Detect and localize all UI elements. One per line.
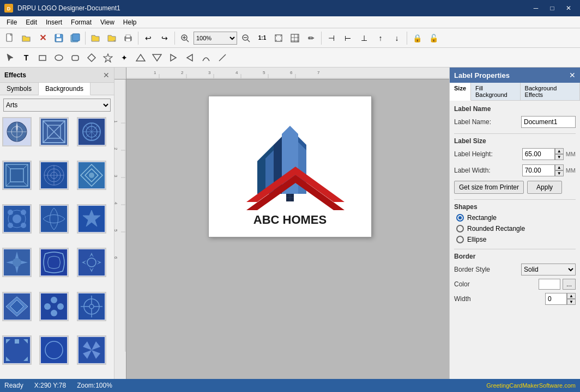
panel-close-button[interactable]: ✕: [103, 71, 110, 79]
bg-item-16[interactable]: [2, 335, 32, 365]
bg-item-9[interactable]: [77, 204, 106, 234]
actual-size-button[interactable]: 1:1: [255, 30, 270, 46]
diamond-tool[interactable]: [84, 50, 99, 65]
bg-item-4[interactable]: [2, 161, 32, 190]
design-button[interactable]: ✏: [304, 30, 319, 46]
bg-item-13[interactable]: [2, 292, 32, 321]
minimize-button[interactable]: ─: [529, 3, 543, 14]
tab-background-effects[interactable]: Background Effects: [521, 83, 580, 100]
get-size-button[interactable]: Get size from Printer: [454, 181, 524, 194]
open-arrow-button[interactable]: [104, 30, 119, 46]
menu-help[interactable]: Help: [119, 16, 141, 28]
label-width-input[interactable]: [522, 164, 555, 176]
triangle-up-tool[interactable]: [133, 50, 148, 65]
tab-symbols[interactable]: Symbols: [0, 83, 39, 95]
bg-item-8[interactable]: [39, 204, 69, 234]
height-spin-up[interactable]: ▲: [555, 148, 564, 154]
ellipse-tool[interactable]: [51, 50, 67, 65]
canvas-scroll[interactable]: ABC HOMES: [126, 79, 449, 379]
star2-tool[interactable]: ✦: [117, 50, 132, 65]
line-tool[interactable]: [215, 50, 230, 65]
open-button[interactable]: [19, 30, 34, 46]
bg-item-10[interactable]: [2, 248, 32, 277]
bg-item-1[interactable]: [2, 117, 32, 146]
rectangle-radio-circle[interactable]: [456, 214, 464, 222]
rounded-rect-radio-circle[interactable]: [456, 225, 464, 232]
menu-edit[interactable]: Edit: [21, 16, 41, 28]
center-v-button[interactable]: ⊥: [357, 30, 372, 46]
border-color-swatch[interactable]: [539, 279, 560, 290]
lock-button[interactable]: 🔒: [409, 30, 425, 46]
arc-tool[interactable]: [198, 50, 214, 65]
zoom-in-button[interactable]: [177, 30, 192, 46]
align-left-button[interactable]: ⊣: [324, 30, 339, 46]
bg-item-18[interactable]: [77, 335, 106, 365]
rounded-rect-tool[interactable]: [68, 50, 83, 65]
menu-file[interactable]: File: [2, 16, 21, 28]
bg-item-2[interactable]: [39, 117, 69, 146]
zoom-select[interactable]: 100% 50% 75% 125% 150%: [194, 32, 237, 45]
bg-item-5[interactable]: [39, 161, 69, 190]
print-button[interactable]: [120, 30, 136, 46]
bg-item-3[interactable]: [77, 117, 106, 146]
ellipse-radio-circle[interactable]: [456, 236, 464, 243]
select-tool[interactable]: [2, 50, 17, 65]
svg-text:1: 1: [154, 70, 156, 75]
height-spin-buttons: ▲ ▼: [555, 148, 564, 160]
tab-size[interactable]: Size: [450, 83, 471, 101]
tab-backgrounds[interactable]: Backgrounds: [39, 83, 90, 95]
unlock-button[interactable]: 🔓: [426, 30, 441, 46]
undo-button[interactable]: ↩: [141, 30, 156, 46]
bg-item-15[interactable]: [77, 292, 106, 321]
bg-item-14[interactable]: [39, 292, 69, 321]
menu-view[interactable]: View: [96, 16, 119, 28]
close-button[interactable]: ✕: [561, 3, 576, 14]
height-spin-down[interactable]: ▼: [555, 154, 564, 160]
bg-item-7[interactable]: [2, 204, 32, 234]
shape-ellipse[interactable]: Ellipse: [456, 236, 576, 243]
star-tool[interactable]: [100, 50, 116, 65]
shape-rounded-rectangle[interactable]: Rounded Rectangle: [456, 225, 576, 232]
label-height-input[interactable]: [522, 148, 555, 160]
align-top-button[interactable]: ↑: [373, 30, 388, 46]
bg-item-17[interactable]: [39, 335, 69, 365]
save-button[interactable]: [51, 30, 67, 46]
redo-button[interactable]: ↪: [157, 30, 172, 46]
border-style-select[interactable]: Solid Dashed Dotted None: [521, 264, 576, 275]
triangle-left-tool[interactable]: [182, 50, 197, 65]
rectangle-tool[interactable]: [35, 50, 50, 65]
menu-insert[interactable]: Insert: [41, 16, 67, 28]
zoom-out-button[interactable]: [238, 30, 253, 46]
rp-close-button[interactable]: ✕: [569, 71, 576, 79]
maximize-button[interactable]: □: [545, 3, 559, 14]
grid-button[interactable]: [287, 30, 303, 46]
width-spin-down[interactable]: ▼: [555, 170, 564, 176]
shape-rectangle[interactable]: Rectangle: [456, 214, 576, 222]
tab-fill-background[interactable]: Fill Background: [471, 83, 521, 100]
close-doc-button[interactable]: ✕: [35, 30, 50, 46]
triangle-down-tool[interactable]: [149, 50, 165, 65]
new-button[interactable]: [2, 30, 17, 46]
save-all-button[interactable]: [68, 30, 83, 46]
bg-item-11[interactable]: [39, 248, 69, 277]
triangle-right-tool[interactable]: [166, 50, 181, 65]
open-file-button[interactable]: [88, 30, 103, 46]
apply-button[interactable]: Apply: [527, 181, 562, 194]
border-color-picker-button[interactable]: ...: [563, 279, 576, 290]
border-width-spin-down[interactable]: ▼: [567, 299, 576, 305]
category-dropdown[interactable]: Arts Nature Abstract Geometric: [3, 99, 111, 112]
status-website: GreetingCardMakerSoftware.com: [486, 382, 576, 389]
canvas-document[interactable]: ABC HOMES: [208, 96, 372, 237]
fit-button[interactable]: [271, 30, 286, 46]
border-width-input[interactable]: [545, 293, 567, 305]
toolbar-shapes: T ✦: [0, 48, 580, 68]
border-width-spin-up[interactable]: ▲: [567, 293, 576, 299]
width-spin-up[interactable]: ▲: [555, 164, 564, 170]
label-name-input[interactable]: [521, 116, 576, 128]
bg-item-12[interactable]: [77, 248, 106, 277]
bg-item-6[interactable]: [77, 161, 106, 190]
align-center-button[interactable]: ⊢: [340, 30, 355, 46]
text-tool[interactable]: T: [19, 50, 34, 65]
menu-format[interactable]: Format: [67, 16, 96, 28]
align-bottom-button[interactable]: ↓: [389, 30, 404, 46]
